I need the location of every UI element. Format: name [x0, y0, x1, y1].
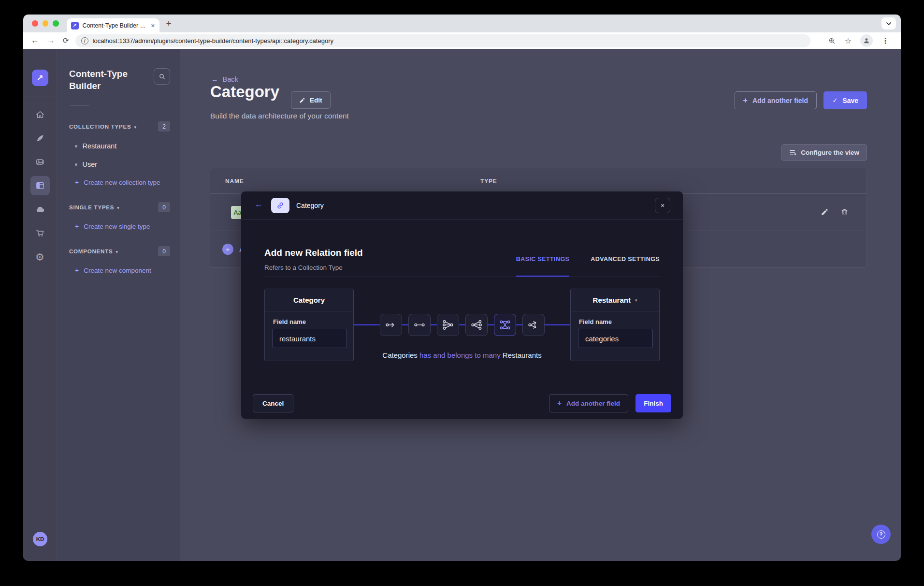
add-relation-modal: ← Category × Add new Relation field Refe… — [241, 191, 683, 419]
relation-many-to-many-button[interactable] — [494, 314, 516, 336]
cloud-icon — [35, 204, 45, 215]
nav-divider — [23, 97, 57, 97]
create-collection-type-link[interactable]: + Create new collection type — [69, 178, 170, 186]
desktop-background: ↗ Content-Type Builder | Strapi × + ← → … — [0, 0, 924, 586]
column-type: TYPE — [480, 178, 497, 185]
panel-title: Content-Type Builder — [69, 68, 142, 92]
window-close-button[interactable] — [32, 20, 38, 27]
browser-tab[interactable]: ↗ Content-Type Builder | Strapi × — [67, 18, 159, 32]
save-button[interactable]: ✓ Save — [823, 91, 867, 109]
delete-field-button[interactable] — [840, 208, 849, 218]
connector-line — [459, 324, 465, 325]
trash-icon — [840, 208, 849, 216]
cancel-button[interactable]: Cancel — [253, 394, 293, 412]
nav-settings-button[interactable]: ⚙ — [30, 247, 50, 266]
back-link[interactable]: ← Back — [211, 75, 238, 83]
column-name: NAME — [225, 178, 244, 185]
chevron-down-icon — [886, 22, 892, 26]
item-label: Restaurant — [83, 142, 117, 150]
forward-icon[interactable]: → — [47, 36, 55, 45]
pencil-icon — [821, 208, 829, 216]
relation-one-to-one-button[interactable] — [408, 314, 431, 336]
nav-marketplace-button[interactable] — [30, 223, 50, 243]
question-mark-icon: ? — [877, 530, 885, 539]
tab-basic-settings[interactable]: BASIC SETTINGS — [516, 256, 569, 277]
modal-heading: Add new Relation field — [264, 248, 363, 258]
edit-field-button[interactable] — [821, 208, 829, 218]
main-nav-rail: ↗ — [23, 49, 57, 561]
address-bar[interactable]: i localhost:1337/admin/plugins/content-t… — [75, 34, 810, 47]
create-single-type-link[interactable]: + Create new single type — [69, 222, 170, 230]
feather-icon — [35, 133, 45, 143]
link-icon — [276, 201, 285, 210]
one-way-icon — [385, 319, 397, 331]
collection-types-label: COLLECTION TYPES — [69, 124, 131, 130]
relation-one-way-button[interactable] — [380, 314, 402, 336]
tab-title: Content-Type Builder | Strapi — [83, 22, 147, 29]
relation-many-to-one-button[interactable] — [465, 314, 488, 336]
tab-close-icon[interactable]: × — [151, 22, 155, 29]
close-icon: × — [661, 202, 664, 209]
nav-deploy-cloud-button[interactable] — [30, 200, 50, 219]
create-component-link[interactable]: + Create new component — [69, 266, 170, 274]
modal-back-button[interactable]: ← — [255, 200, 263, 209]
modal-title: Category — [296, 202, 324, 209]
relation-badge — [271, 198, 289, 213]
target-collection-dropdown[interactable]: Restaurant ▾ — [571, 289, 659, 311]
list-settings-icon — [789, 149, 796, 156]
configure-view-button[interactable]: Configure the view — [781, 144, 867, 161]
tab-advanced-settings[interactable]: ADVANCED SETTINGS — [591, 256, 660, 277]
strapi-logo-icon[interactable]: ↗ — [32, 70, 48, 86]
zoom-icon[interactable] — [828, 37, 836, 45]
source-field-name-input[interactable] — [272, 329, 347, 348]
browser-tab-strip: ↗ Content-Type Builder | Strapi × + — [23, 15, 901, 32]
search-icon — [159, 73, 166, 80]
browser-profile-avatar[interactable] — [860, 34, 873, 47]
target-field-name-input[interactable] — [578, 329, 653, 348]
finish-button[interactable]: Finish — [635, 394, 671, 412]
section-single-types[interactable]: SINGLE TYPES▾ 0 — [69, 202, 170, 212]
window-minimize-button[interactable] — [43, 20, 49, 27]
window-zoom-button[interactable] — [53, 20, 59, 27]
bullet-icon — [75, 145, 77, 147]
plus-icon: + — [557, 399, 562, 408]
nav-content-type-builder-button[interactable] — [30, 176, 50, 195]
new-tab-button[interactable]: + — [166, 18, 172, 29]
one-to-many-icon — [442, 319, 454, 331]
content-type-builder-panel: Content-Type Builder COLLECTION TYPES▾ 2… — [57, 49, 180, 561]
relation-type-selector — [354, 314, 570, 336]
nav-home-button[interactable] — [30, 105, 50, 124]
modal-footer: Cancel + Add another field Finish — [241, 387, 683, 419]
user-avatar[interactable]: KD — [33, 532, 47, 546]
section-collection-types[interactable]: COLLECTION TYPES▾ 2 — [69, 121, 170, 132]
relation-one-to-many-button[interactable] — [437, 314, 459, 336]
bookmark-star-icon[interactable]: ☆ — [845, 36, 852, 45]
nav-content-manager-button[interactable] — [30, 129, 50, 148]
page-info-icon[interactable]: i — [81, 37, 88, 44]
sidebar-item-restaurant[interactable]: Restaurant — [69, 142, 170, 150]
modal-divider — [264, 277, 660, 277]
arrow-left-icon: ← — [211, 75, 218, 83]
modal-tabs: BASIC SETTINGS ADVANCED SETTINGS — [516, 256, 660, 277]
relation-many-way-button[interactable] — [522, 314, 545, 336]
back-icon[interactable]: ← — [31, 36, 39, 45]
help-button[interactable]: ? — [871, 525, 891, 544]
many-way-icon — [527, 319, 540, 331]
url-text: localhost:1337/admin/plugins/content-typ… — [93, 37, 333, 44]
edit-button[interactable]: Edit — [291, 91, 331, 109]
panel-search-button[interactable] — [154, 68, 170, 85]
strapi-favicon-icon: ↗ — [71, 22, 79, 29]
add-another-field-button[interactable]: + Add another field — [735, 91, 817, 109]
browser-menu-icon[interactable]: ⋮ — [881, 36, 889, 45]
section-components[interactable]: COMPONENTS▾ 0 — [69, 246, 170, 256]
components-count-badge: 0 — [158, 246, 170, 256]
media-library-icon — [35, 157, 45, 167]
tab-search-chevron-button[interactable] — [881, 17, 896, 29]
modal-add-another-field-button[interactable]: + Add another field — [549, 394, 628, 412]
chevron-down-icon: ▾ — [117, 205, 119, 210]
sidebar-item-user[interactable]: User — [69, 161, 170, 168]
modal-close-button[interactable]: × — [655, 198, 670, 213]
reload-icon[interactable]: ⟳ — [63, 36, 69, 45]
plus-icon: + — [75, 178, 79, 186]
nav-media-library-button[interactable] — [30, 152, 50, 172]
